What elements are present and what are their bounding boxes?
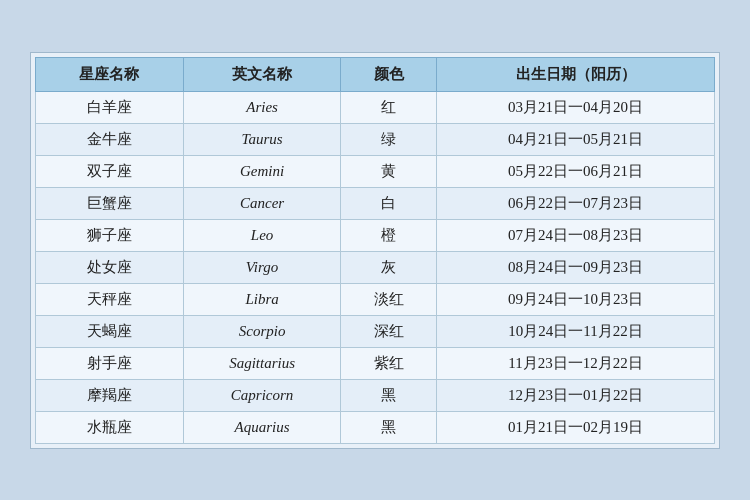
header-dates: 出生日期（阳历） [437, 57, 715, 91]
cell-color: 黄 [341, 155, 437, 187]
cell-dates: 10月24日一11月22日 [437, 315, 715, 347]
cell-dates: 08月24日一09月23日 [437, 251, 715, 283]
cell-color: 黑 [341, 411, 437, 443]
cell-chinese-name: 金牛座 [36, 123, 184, 155]
cell-color: 红 [341, 91, 437, 123]
cell-color: 深红 [341, 315, 437, 347]
cell-dates: 04月21日一05月21日 [437, 123, 715, 155]
table-row: 金牛座Taurus绿04月21日一05月21日 [36, 123, 715, 155]
cell-english-name: Capricorn [183, 379, 341, 411]
table-row: 双子座Gemini黄05月22日一06月21日 [36, 155, 715, 187]
cell-english-name: Gemini [183, 155, 341, 187]
cell-dates: 05月22日一06月21日 [437, 155, 715, 187]
cell-chinese-name: 狮子座 [36, 219, 184, 251]
table-row: 水瓶座Aquarius黑01月21日一02月19日 [36, 411, 715, 443]
cell-english-name: Cancer [183, 187, 341, 219]
cell-color: 绿 [341, 123, 437, 155]
cell-dates: 01月21日一02月19日 [437, 411, 715, 443]
cell-english-name: Taurus [183, 123, 341, 155]
cell-english-name: Libra [183, 283, 341, 315]
cell-dates: 06月22日一07月23日 [437, 187, 715, 219]
cell-chinese-name: 射手座 [36, 347, 184, 379]
cell-english-name: Aquarius [183, 411, 341, 443]
cell-chinese-name: 双子座 [36, 155, 184, 187]
cell-chinese-name: 处女座 [36, 251, 184, 283]
table-row: 巨蟹座Cancer白06月22日一07月23日 [36, 187, 715, 219]
cell-color: 紫红 [341, 347, 437, 379]
cell-color: 橙 [341, 219, 437, 251]
zodiac-table-wrapper: 星座名称 英文名称 颜色 出生日期（阳历） 白羊座Aries红03月21日一04… [30, 52, 720, 449]
cell-chinese-name: 天蝎座 [36, 315, 184, 347]
header-chinese-name: 星座名称 [36, 57, 184, 91]
header-english-name: 英文名称 [183, 57, 341, 91]
table-row: 处女座Virgo灰08月24日一09月23日 [36, 251, 715, 283]
table-row: 射手座Sagittarius紫红11月23日一12月22日 [36, 347, 715, 379]
table-row: 白羊座Aries红03月21日一04月20日 [36, 91, 715, 123]
table-row: 天蝎座Scorpio深红10月24日一11月22日 [36, 315, 715, 347]
cell-color: 黑 [341, 379, 437, 411]
cell-dates: 03月21日一04月20日 [437, 91, 715, 123]
cell-dates: 11月23日一12月22日 [437, 347, 715, 379]
table-row: 摩羯座Capricorn黑12月23日一01月22日 [36, 379, 715, 411]
cell-color: 白 [341, 187, 437, 219]
cell-dates: 12月23日一01月22日 [437, 379, 715, 411]
cell-chinese-name: 摩羯座 [36, 379, 184, 411]
cell-english-name: Scorpio [183, 315, 341, 347]
table-header-row: 星座名称 英文名称 颜色 出生日期（阳历） [36, 57, 715, 91]
cell-english-name: Aries [183, 91, 341, 123]
table-row: 狮子座Leo橙07月24日一08月23日 [36, 219, 715, 251]
header-color: 颜色 [341, 57, 437, 91]
cell-color: 灰 [341, 251, 437, 283]
cell-chinese-name: 巨蟹座 [36, 187, 184, 219]
cell-english-name: Virgo [183, 251, 341, 283]
cell-color: 淡红 [341, 283, 437, 315]
cell-english-name: Sagittarius [183, 347, 341, 379]
cell-dates: 09月24日一10月23日 [437, 283, 715, 315]
table-row: 天秤座Libra淡红09月24日一10月23日 [36, 283, 715, 315]
cell-chinese-name: 天秤座 [36, 283, 184, 315]
zodiac-table: 星座名称 英文名称 颜色 出生日期（阳历） 白羊座Aries红03月21日一04… [35, 57, 715, 444]
cell-chinese-name: 白羊座 [36, 91, 184, 123]
cell-dates: 07月24日一08月23日 [437, 219, 715, 251]
cell-chinese-name: 水瓶座 [36, 411, 184, 443]
cell-english-name: Leo [183, 219, 341, 251]
